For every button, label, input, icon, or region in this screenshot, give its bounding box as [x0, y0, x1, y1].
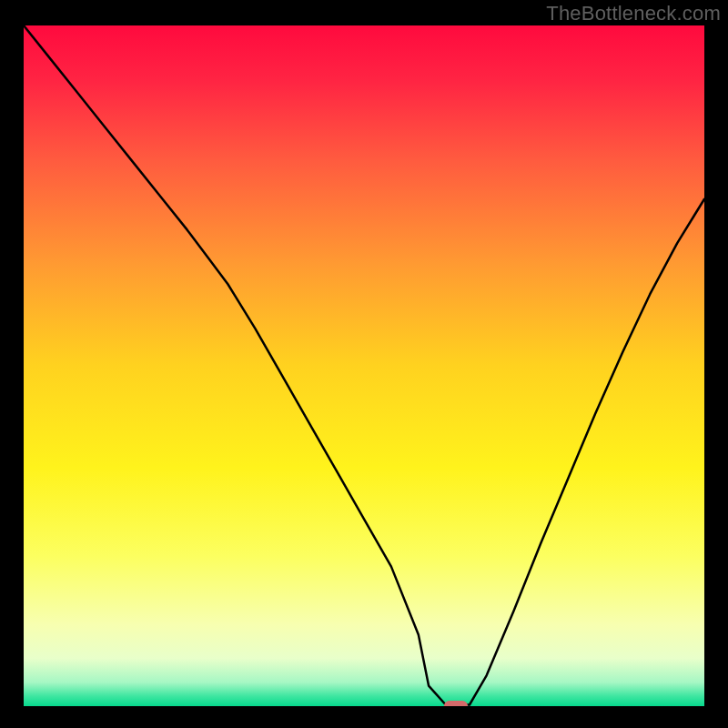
plot-background [24, 25, 704, 706]
chart-container: TheBottleneck.com [0, 0, 728, 728]
optimum-marker [444, 701, 468, 712]
bottleneck-chart [0, 0, 728, 728]
